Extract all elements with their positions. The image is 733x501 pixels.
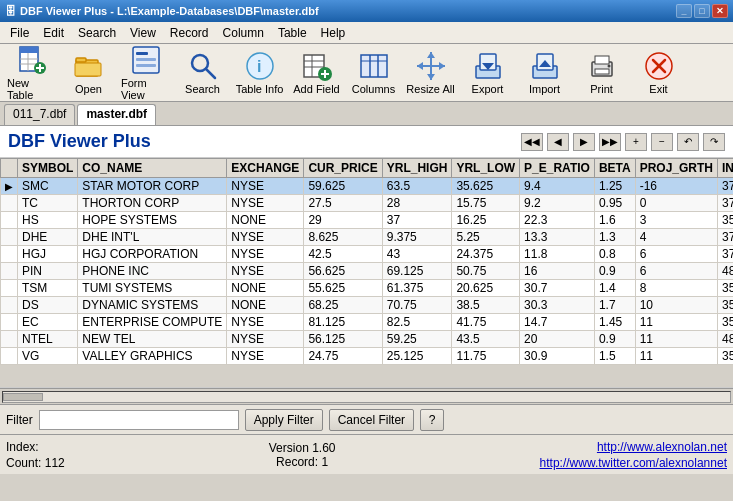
nav-redo-button[interactable]: ↷ [703, 133, 725, 151]
col-yrl-high[interactable]: YRL_HIGH [382, 159, 452, 178]
table-row[interactable]: ▶SMCSTAR MOTOR CORPNYSE59.62563.535.6259… [1, 178, 734, 195]
twitter-link[interactable]: http://www.twitter.com/alexnolannet [540, 456, 727, 470]
open-button[interactable]: Open [61, 47, 116, 99]
menu-table[interactable]: Table [272, 25, 313, 41]
col-pe-ratio[interactable]: P_E_RATIO [520, 159, 595, 178]
table-cell: 27.5 [304, 195, 382, 212]
table-cell: 11 [635, 331, 717, 348]
tab-011_7[interactable]: 011_7.dbf [4, 104, 75, 125]
status-bar: Index: Count: 112 Version 1.60 Record: 1… [0, 434, 733, 474]
nav-first-button[interactable]: ◀◀ [521, 133, 543, 151]
filter-input[interactable] [39, 410, 239, 430]
minimize-button[interactable]: _ [676, 4, 692, 18]
table-cell: 6 [635, 246, 717, 263]
resize-all-button[interactable]: Resize All [403, 47, 458, 99]
table-row[interactable]: PINPHONE INCNYSE56.62569.12550.75160.964… [1, 263, 734, 280]
table-cell: 10 [635, 297, 717, 314]
menu-edit[interactable]: Edit [37, 25, 70, 41]
tab-master[interactable]: master.dbf [77, 104, 156, 125]
table-cell: 56.125 [304, 331, 382, 348]
menu-search[interactable]: Search [72, 25, 122, 41]
apply-filter-button[interactable]: Apply Filter [245, 409, 323, 431]
print-button[interactable]: Print [574, 47, 629, 99]
table-cell: HGJ [18, 246, 78, 263]
col-beta[interactable]: BETA [594, 159, 635, 178]
close-button[interactable]: ✕ [712, 4, 728, 18]
exit-button[interactable]: Exit [631, 47, 686, 99]
menu-column[interactable]: Column [217, 25, 270, 41]
table-cell: VG [18, 348, 78, 365]
new-table-icon [16, 44, 48, 76]
table-row[interactable]: DHEDHE INT'LNYSE8.6259.3755.2513.31.3437 [1, 229, 734, 246]
nav-undo-button[interactable]: ↶ [677, 133, 699, 151]
cancel-filter-button[interactable]: Cancel Filter [329, 409, 414, 431]
col-proj-grth[interactable]: PROJ_GRTH [635, 159, 717, 178]
col-symbol[interactable]: SYMBOL [18, 159, 78, 178]
columns-button[interactable]: Columns [346, 47, 401, 99]
table-row[interactable]: NTELNEW TELNYSE56.12559.2543.5200.91148 [1, 331, 734, 348]
col-co-name[interactable]: CO_NAME [78, 159, 227, 178]
table-cell: NONE [227, 297, 304, 314]
menu-view[interactable]: View [124, 25, 162, 41]
website-link[interactable]: http://www.alexnolan.net [597, 440, 727, 454]
print-label: Print [590, 83, 613, 95]
app-title-bar: DBF Viewer Plus ◀◀ ◀ ▶ ▶▶ + − ↶ ↷ [0, 126, 733, 158]
table-info-button[interactable]: i Table Info [232, 47, 287, 99]
filter-help-button[interactable]: ? [420, 409, 444, 431]
table-cell: 48 [718, 263, 733, 280]
nav-prev-button[interactable]: ◀ [547, 133, 569, 151]
export-button[interactable]: Export [460, 47, 515, 99]
form-view-button[interactable]: Form View [118, 47, 173, 99]
open-icon [73, 50, 105, 82]
table-row[interactable]: HSHOPE SYSTEMSNONE293716.2522.31.6335 [1, 212, 734, 229]
col-yrl-low[interactable]: YRL_LOW [452, 159, 520, 178]
table-row[interactable]: VGVALLEY GRAPHICSNYSE24.7525.12511.7530.… [1, 348, 734, 365]
nav-remove-button[interactable]: − [651, 133, 673, 151]
col-cur-price[interactable]: CUR_PRICE [304, 159, 382, 178]
col-exchange[interactable]: EXCHANGE [227, 159, 304, 178]
table-cell: 28 [382, 195, 452, 212]
status-center: Version 1.60 Record: 1 [269, 441, 336, 469]
scroll-thumb[interactable] [3, 393, 43, 401]
print-icon [586, 50, 618, 82]
col-industr[interactable]: INDUSTR [718, 159, 733, 178]
nav-next-button[interactable]: ▶ [573, 133, 595, 151]
table-cell: 30.9 [520, 348, 595, 365]
table-row[interactable]: TCTHORTON CORPNYSE27.52815.759.20.95037 [1, 195, 734, 212]
table-row[interactable]: HGJHGJ CORPORATIONNYSE42.54324.37511.80.… [1, 246, 734, 263]
nav-add-button[interactable]: + [625, 133, 647, 151]
table-cell: 56.625 [304, 263, 382, 280]
app-icon: 🗄 [5, 5, 16, 17]
resize-all-icon [415, 50, 447, 82]
table-row[interactable]: TSMTUMI SYSTEMSNONE55.62561.37520.62530.… [1, 280, 734, 297]
import-button[interactable]: Import [517, 47, 572, 99]
table-cell: 29 [304, 212, 382, 229]
index-label: Index: [6, 440, 39, 454]
record-value: 1 [321, 455, 328, 469]
menu-record[interactable]: Record [164, 25, 215, 41]
toolbar: New Table Open Form View [0, 44, 733, 102]
add-field-button[interactable]: Add Field [289, 47, 344, 99]
table-cell: DS [18, 297, 78, 314]
maximize-button[interactable]: □ [694, 4, 710, 18]
new-table-button[interactable]: New Table [4, 47, 59, 99]
row-indicator [1, 297, 18, 314]
table-cell: NYSE [227, 314, 304, 331]
horizontal-scrollbar[interactable] [0, 388, 733, 404]
search-button[interactable]: Search [175, 47, 230, 99]
menu-help[interactable]: Help [315, 25, 352, 41]
table-row[interactable]: ECENTERPRISE COMPUTENYSE81.12582.541.751… [1, 314, 734, 331]
title-bar-left: 🗄 DBF Viewer Plus - L:\Example-Databases… [5, 5, 319, 17]
table-cell: 59.25 [382, 331, 452, 348]
nav-last-button[interactable]: ▶▶ [599, 133, 621, 151]
nav-controls: ◀◀ ◀ ▶ ▶▶ + − ↶ ↷ [521, 133, 725, 151]
table-cell: 37 [382, 212, 452, 229]
table-row[interactable]: DSDYNAMIC SYSTEMSNONE68.2570.7538.530.31… [1, 297, 734, 314]
table-cell: 11 [635, 314, 717, 331]
table-cell: 38.5 [452, 297, 520, 314]
app-title: DBF Viewer Plus [8, 131, 151, 152]
menu-file[interactable]: File [4, 25, 35, 41]
scroll-track[interactable] [2, 391, 731, 403]
table-cell: 48 [718, 331, 733, 348]
table-cell: 0.9 [594, 331, 635, 348]
